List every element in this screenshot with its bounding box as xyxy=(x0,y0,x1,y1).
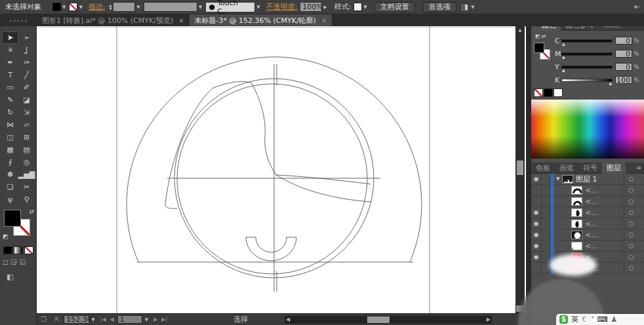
sublayer-5-visibility[interactable]: ◉ xyxy=(531,229,542,240)
magenta-slider-thumb[interactable]: ▲ xyxy=(562,54,565,59)
ime-person-icon[interactable]: ♟ xyxy=(611,315,617,324)
stroke-panel-link[interactable]: 描边: xyxy=(89,2,106,12)
vertical-scrollbar[interactable]: ▲ xyxy=(515,26,525,313)
mesh-tool[interactable]: ▦ xyxy=(2,143,18,156)
swatch-none[interactable] xyxy=(534,88,543,97)
layer-thumbnail[interactable] xyxy=(562,175,573,183)
fill-proxy-swatch[interactable] xyxy=(4,210,21,227)
color-spectrum[interactable] xyxy=(531,100,644,159)
ime-logo-icon[interactable]: S xyxy=(559,315,568,324)
horizontal-scrollbar[interactable]: ◀ ▶ xyxy=(285,316,492,324)
brush-dropdown-arrow[interactable]: ▼ xyxy=(256,5,260,10)
blob-brush-tool[interactable]: ✑ xyxy=(18,56,35,69)
style-swatch[interactable] xyxy=(353,3,362,11)
layer-name[interactable]: 图层 1 xyxy=(576,174,597,184)
slice-tool[interactable]: ✂ xyxy=(18,181,35,193)
width-tool[interactable]: ⋈ xyxy=(2,119,18,131)
width-profile-select[interactable] xyxy=(144,2,197,12)
ime-punctuation-icon[interactable]: ’ xyxy=(592,315,594,324)
artboard-tool[interactable]: ❏ xyxy=(2,181,18,193)
mini-swap-icon[interactable]: ◩ ⇄ xyxy=(535,33,546,39)
ime-moon-icon[interactable]: ☾ xyxy=(582,315,588,324)
sublayer-7-visibility[interactable]: ◉ xyxy=(531,252,542,263)
cyan-value[interactable]: 0 xyxy=(615,37,632,45)
select-similar-dropdown-arrow[interactable]: ▼ xyxy=(471,5,474,10)
preferences-button[interactable]: 首选项 xyxy=(423,2,456,12)
sublayer-4-thumbnail-leaf[interactable] xyxy=(571,220,582,228)
layer-expand-icon[interactable]: ▼ xyxy=(554,176,562,182)
scroll-right-arrow-icon[interactable]: ▶ xyxy=(487,316,491,322)
document-tab-1-close-icon[interactable]: × xyxy=(178,17,184,24)
draw-inside-icon[interactable]: ◱ xyxy=(20,258,26,265)
select-similar-icon[interactable]: ◨ xyxy=(462,3,468,11)
width-profile-dropdown-arrow[interactable]: ▼ xyxy=(199,5,202,10)
document-tab-1[interactable]: 图形1 [转换].ai* @ 100% (CMYK/预览) × xyxy=(37,14,190,26)
sublayer-3-label[interactable]: <... xyxy=(585,208,598,217)
toolbar-dock-grip[interactable]: ••••• xyxy=(9,18,28,24)
sublayer-row-1[interactable]: <... ○ xyxy=(531,185,644,196)
sublayer-6-visibility[interactable]: ◉ xyxy=(531,240,542,252)
ime-toolbar[interactable]: S 英 ☾ ’ ⌨ ♟ xyxy=(556,314,644,325)
sublayer-row-3[interactable]: ◉ <... ○ xyxy=(531,207,644,218)
collapse-panel-icon[interactable]: ⇤ xyxy=(634,3,640,11)
sublayer-2-thumbnail-arc[interactable] xyxy=(571,197,582,206)
layers-panel-menu-icon[interactable]: ≡ xyxy=(636,164,641,171)
swatch-white[interactable] xyxy=(553,88,563,97)
pencil-tool[interactable]: ✎ xyxy=(2,94,18,106)
status-doc-icon[interactable]: ❒ xyxy=(41,316,47,323)
swap-fill-stroke-icon[interactable]: ⇄ xyxy=(29,208,34,215)
stroke-color-swatch[interactable] xyxy=(69,3,77,11)
gradient-tool[interactable]: ▤ xyxy=(18,143,35,156)
black-value[interactable]: 100 xyxy=(615,76,632,84)
sublayer-row-6[interactable]: ◉ <... ○ xyxy=(531,240,644,252)
eyedropper-tool[interactable]: ∮ xyxy=(2,156,18,168)
sublayer-4-label[interactable]: <... xyxy=(585,220,598,228)
ime-keyboard-icon[interactable]: ⌨ xyxy=(597,315,607,324)
perspective-grid-tool[interactable]: ⊞ xyxy=(18,131,35,143)
fill-color-swatch[interactable] xyxy=(52,3,61,11)
stroke-width-value[interactable] xyxy=(113,2,135,12)
sublayer-2-visibility[interactable] xyxy=(531,196,542,207)
style-dropdown-arrow[interactable]: ▼ xyxy=(363,5,367,10)
yellow-slider-thumb[interactable]: ▲ xyxy=(562,67,565,72)
brush-definition-select[interactable]: ● Touch C... xyxy=(205,2,255,12)
gradient-button[interactable] xyxy=(14,246,23,254)
default-fill-stroke-icon[interactable]: ◩ xyxy=(3,233,9,240)
sublayer-5-thumbnail-circle[interactable] xyxy=(571,231,582,239)
sublayer-row-5[interactable]: ◉ <... ○ xyxy=(531,229,644,240)
cyan-slider-thumb[interactable]: ▲ xyxy=(562,41,565,46)
canvas-area[interactable]: ▲ xyxy=(37,26,526,313)
yellow-value[interactable]: 0 xyxy=(615,63,632,71)
horizontal-scroll-thumb[interactable] xyxy=(367,316,390,323)
next-artboard-icon[interactable]: ▶ xyxy=(153,316,157,322)
tab-layers[interactable]: 图层 xyxy=(602,162,626,174)
magic-wand-tool[interactable]: ✳ xyxy=(2,44,18,56)
scroll-left-arrow-icon[interactable]: ◀ xyxy=(286,316,290,322)
sublayer-5-label[interactable]: <... xyxy=(585,231,598,239)
swatch-black[interactable] xyxy=(544,88,553,97)
eraser-tool[interactable]: ◪ xyxy=(18,94,35,106)
sublayer-3-visibility[interactable]: ◉ xyxy=(531,207,542,218)
sublayer-6-thumbnail-dome[interactable] xyxy=(571,242,582,250)
symbol-sprayer-tool[interactable]: ✽ xyxy=(2,168,18,181)
sublayer-1-thumbnail-arc[interactable] xyxy=(571,186,582,195)
hand-tool[interactable]: ψ xyxy=(2,193,18,206)
magenta-slider[interactable]: ▲ xyxy=(561,52,613,56)
draw-normal-icon[interactable]: ◻ xyxy=(3,258,8,265)
fill-dropdown-arrow[interactable]: ▼ xyxy=(62,5,66,10)
line-segment-tool[interactable]: ╱ xyxy=(18,69,35,81)
document-setup-button[interactable]: 文档设置 xyxy=(374,2,415,12)
shape-builder-tool[interactable]: ◫ xyxy=(2,131,18,143)
sublayer-6-label[interactable]: <... xyxy=(585,242,598,250)
paintbrush-tool[interactable]: ✐ xyxy=(18,81,35,94)
opacity-panel-link[interactable]: 不透明度: xyxy=(266,2,298,12)
last-artboard-icon[interactable]: ▶| xyxy=(161,316,167,322)
mini-fill-swatch[interactable] xyxy=(534,43,544,53)
stroke-dropdown-arrow[interactable]: ▼ xyxy=(79,5,82,10)
sublayer-4-visibility[interactable]: ◉ xyxy=(531,218,542,229)
magenta-value[interactable]: 0 xyxy=(615,50,632,58)
sublayer-1-label[interactable]: <... xyxy=(585,186,598,195)
sublayer-2-label[interactable]: <... xyxy=(585,197,598,206)
sublayer-3-thumbnail-leaf[interactable] xyxy=(571,208,582,217)
lasso-tool[interactable]: ʆ xyxy=(18,44,35,56)
